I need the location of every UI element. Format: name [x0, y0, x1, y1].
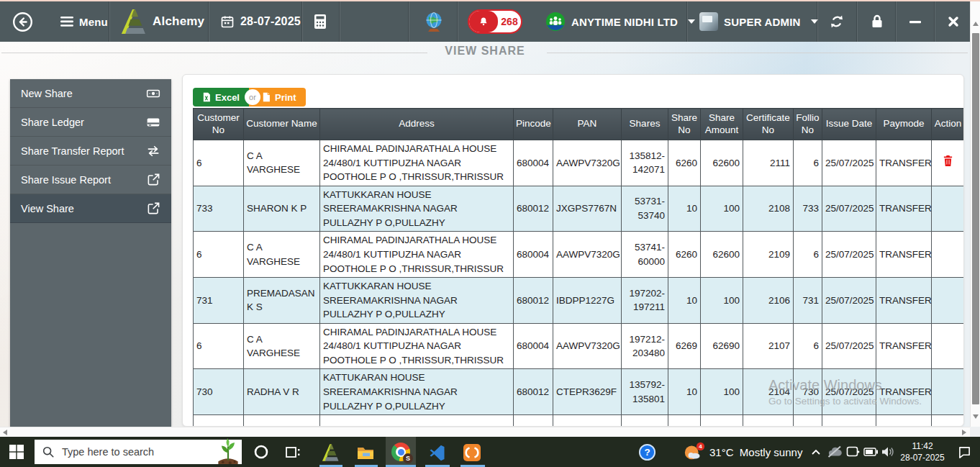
- weather-button[interactable]: 4: [682, 441, 707, 463]
- device-tray-icon[interactable]: [845, 445, 861, 459]
- cell-issue_date: 25/07/2025: [822, 140, 876, 186]
- taskbar-app-chrome[interactable]: S: [386, 437, 416, 467]
- xampp-icon: [463, 443, 481, 462]
- taskbar-app-vscode[interactable]: [426, 443, 448, 463]
- cell-issue_date: [822, 415, 876, 427]
- cell-pincode: 680004: [514, 323, 553, 369]
- battery-tray-icon[interactable]: [862, 446, 879, 458]
- refresh-button[interactable]: [829, 1, 845, 42]
- company-name: ANYTIME NIDHI LTD: [571, 16, 678, 28]
- task-view-icon: [284, 445, 301, 461]
- user-name: SUPER ADMIN: [724, 16, 801, 28]
- excel-button[interactable]: Excel: [193, 88, 249, 106]
- cell-customer_no: [194, 415, 244, 427]
- calculator-button[interactable]: [312, 1, 328, 42]
- task-view-button[interactable]: [283, 443, 302, 462]
- lock-button[interactable]: [868, 1, 886, 42]
- divider: [458, 1, 458, 42]
- exchange-arrows-icon: [146, 144, 160, 158]
- scroll-left-arrow[interactable]: [3, 430, 7, 435]
- cell-certificate_no: 2106: [743, 278, 794, 324]
- search-placeholder: Type here to search: [62, 446, 235, 458]
- cell-action: [932, 415, 965, 427]
- cortana-button[interactable]: [252, 443, 271, 461]
- user-menu[interactable]: SUPER ADMIN: [699, 1, 818, 42]
- volume-tray-icon[interactable]: [879, 445, 897, 459]
- cell-shares: 135802-: [622, 415, 668, 427]
- sidebar-item-share-transfer-report[interactable]: Share Transfer Report: [10, 137, 171, 166]
- app-logo: Alchemy: [119, 1, 204, 42]
- onedrive-tray-icon[interactable]: [826, 445, 843, 459]
- date-display[interactable]: 28-07-2025: [220, 1, 301, 42]
- taskbar-app-xampp[interactable]: [461, 443, 483, 463]
- divider: [547, 53, 968, 53]
- clock[interactable]: 11:42 28-07-2025: [897, 437, 948, 467]
- help-tray-button[interactable]: ?: [638, 443, 656, 461]
- divider: [409, 1, 409, 42]
- cell-certificate_no: 2104: [743, 369, 794, 415]
- weather-icon: 4: [683, 441, 706, 463]
- vertical-scroll-thumb[interactable]: [972, 33, 979, 404]
- lock-icon: [868, 13, 886, 30]
- refresh-icon: [829, 14, 845, 30]
- cell-customer_name: SHARON K P: [244, 186, 320, 232]
- back-icon: [12, 11, 34, 33]
- company-selector[interactable]: ANYTIME NIDHI LTD: [545, 1, 695, 42]
- action-center-button[interactable]: [956, 445, 973, 459]
- cell-pincode: 680004: [514, 232, 553, 278]
- cell-issue_date: 25/07/2025: [822, 278, 876, 324]
- help-icon: ?: [638, 443, 656, 461]
- horizontal-scrollbar[interactable]: [0, 427, 970, 437]
- cell-share_amount: 100: [701, 278, 743, 324]
- weather-text[interactable]: 31°C Mostly sunny: [709, 437, 802, 467]
- sidebar-item-share-issue-report[interactable]: Share Issue Report: [10, 166, 171, 194]
- cell-pincode: 680012: [514, 369, 553, 415]
- cell-share_amount: 62600: [701, 232, 743, 278]
- calendar-icon: [220, 14, 235, 29]
- cell-follio_no: 6: [794, 323, 822, 369]
- cell-follio_no: [794, 415, 822, 427]
- cell-paymode: TRANSFER: [876, 232, 932, 278]
- weather-temp: 31°C: [709, 446, 734, 458]
- globe-button[interactable]: [423, 1, 445, 42]
- cell-customer_name: [244, 415, 320, 427]
- cell-follio_no: 733: [794, 186, 822, 232]
- scroll-down-arrow[interactable]: [973, 414, 979, 419]
- taskbar-app-file-explorer[interactable]: [355, 443, 376, 463]
- table-row: 731PREMADASAN K SKATTUKKARAN HOUSE SREER…: [194, 278, 965, 324]
- hamburger-icon: [60, 17, 73, 27]
- cell-certificate_no: 2108: [743, 186, 794, 232]
- sidebar-item-label: Share Issue Report: [21, 174, 146, 186]
- close-button[interactable]: [947, 1, 960, 42]
- back-button[interactable]: [12, 1, 34, 42]
- sidebar-item-view-share[interactable]: View Share: [10, 194, 171, 223]
- sidebar-item-share-ledger[interactable]: Share Ledger: [10, 108, 171, 137]
- cell-customer_name: C A VARGHESE: [244, 323, 320, 369]
- delete-button[interactable]: [943, 155, 953, 171]
- start-button[interactable]: [9, 444, 24, 460]
- vertical-scrollbar[interactable]: [970, 1, 980, 427]
- menu-button[interactable]: Menu: [60, 1, 108, 42]
- col-certificate_no: Certificate No: [743, 109, 794, 140]
- vscode-icon: [428, 444, 446, 462]
- cell-pan: IBDPP1227G: [553, 278, 622, 324]
- notifications-button[interactable]: 268: [468, 9, 522, 34]
- scroll-right-arrow[interactable]: [962, 430, 966, 435]
- minimize-icon: [909, 15, 922, 28]
- taskbar-app-alchemy[interactable]: [319, 443, 341, 463]
- tray-expand-button[interactable]: [809, 445, 823, 458]
- export-toolbar: Excel Print or: [193, 88, 306, 106]
- cell-shares: 197202- 197211: [622, 278, 668, 324]
- table-row: 733SHARON K PKATTUKKARAN HOUSE SREERAMAK…: [194, 186, 965, 232]
- close-icon: [947, 15, 960, 28]
- minimize-button[interactable]: [909, 1, 922, 42]
- table-row: 730RADHA V RKATTUKARAN HOUSE SREERAMAKRI…: [194, 369, 965, 415]
- scroll-up-arrow[interactable]: [973, 22, 979, 26]
- cell-paymode: TRANSFER: [876, 140, 932, 186]
- cell-shares: 135812- 142071: [622, 140, 668, 186]
- cell-share_no: [668, 415, 701, 427]
- alchemy-logo-icon: [119, 7, 147, 36]
- print-label: Print: [275, 92, 296, 103]
- sidebar-item-new-share[interactable]: New Share: [10, 79, 171, 108]
- taskbar-search-input[interactable]: Type here to search: [35, 440, 242, 464]
